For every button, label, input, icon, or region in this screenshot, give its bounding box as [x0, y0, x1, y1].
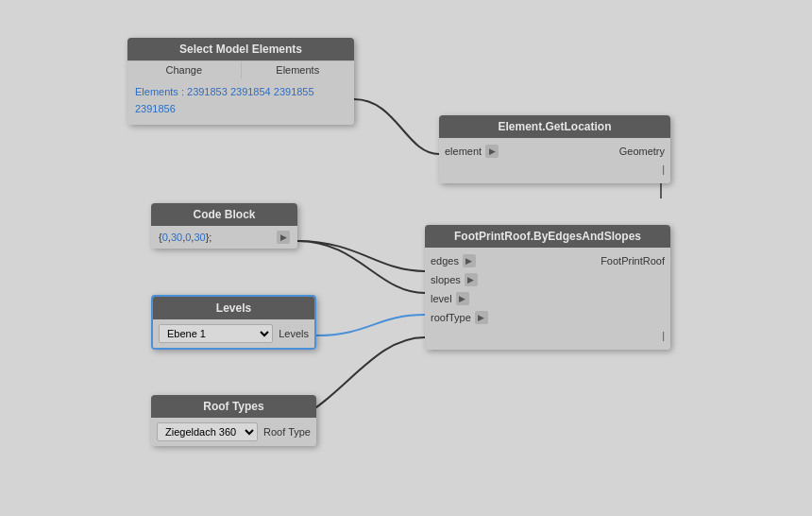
code-block-header: Code Block — [151, 203, 297, 226]
slopes-row: slopes ▶ — [425, 270, 670, 289]
roof-type-output-label: Roof Type — [263, 426, 311, 438]
levels-header: Levels — [153, 297, 314, 319]
roof-types-header: Roof Types — [151, 395, 316, 418]
footprint-bottom-port: | — [425, 327, 670, 346]
levels-body: Ebene 1 Levels — [153, 319, 314, 348]
level-row: level ▶ — [425, 289, 670, 308]
footprint-roof-node: FootPrintRoof.ByEdgesAndSlopes edges ▶ F… — [425, 225, 670, 350]
roof-types-node: Roof Types Ziegeldach 360 Roof Type — [151, 395, 316, 446]
rooftype-row: roofType ▶ — [425, 308, 670, 327]
slopes-label: slopes — [431, 274, 461, 285]
edges-port: ▶ — [463, 254, 476, 267]
elements-label: Elements — [242, 61, 355, 78]
code-text: {0,30,0,30}; — [159, 232, 273, 243]
slopes-port: ▶ — [465, 273, 478, 286]
footprint-roof-header: FootPrintRoof.ByEdgesAndSlopes — [425, 225, 670, 248]
levels-node: Levels Ebene 1 Levels — [151, 295, 316, 350]
element-get-location-node: Element.GetLocation element ▶ Geometry | — [439, 115, 670, 183]
element-input-label: element — [445, 146, 482, 157]
connections-layer — [0, 0, 812, 516]
levels-output-label: Levels — [279, 328, 309, 339]
roof-types-dropdown[interactable]: Ziegeldach 360 — [157, 422, 258, 441]
edges-row: edges ▶ FootPrintRoof — [425, 251, 670, 270]
rooftype-label: roofType — [431, 312, 471, 323]
rooftype-port: ▶ — [475, 311, 488, 324]
element-port-arrow: ▶ — [485, 145, 499, 158]
get-location-row: element ▶ Geometry — [439, 142, 670, 161]
geometry-output-label: Geometry — [619, 146, 665, 157]
elements-value: Elements : 2391853 2391854 2391855 23918… — [127, 78, 354, 125]
select-model-header: Select Model Elements — [127, 38, 354, 60]
get-location-header: Element.GetLocation — [439, 115, 670, 138]
code-block-body: {0,30,0,30}; ▶ — [151, 226, 297, 249]
level-label: level — [431, 293, 452, 304]
select-model-elements-node: Select Model Elements Change Elements El… — [127, 38, 354, 125]
footprint-output-label: FootPrintRoof — [601, 255, 665, 267]
levels-dropdown[interactable]: Ebene 1 — [159, 324, 273, 343]
edges-label: edges — [431, 255, 459, 267]
get-location-bottom-port: | — [439, 161, 670, 180]
level-port: ▶ — [456, 292, 469, 305]
code-output-port: ▶ — [277, 231, 290, 244]
code-block-node: Code Block {0,30,0,30}; ▶ — [151, 203, 297, 249]
roof-types-body: Ziegeldach 360 Roof Type — [151, 418, 316, 446]
change-label: Change — [127, 61, 242, 78]
